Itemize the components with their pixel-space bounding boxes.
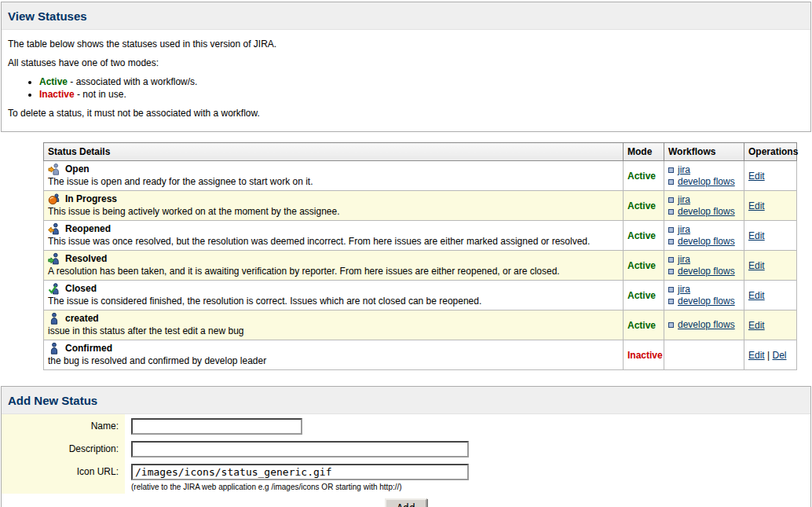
workflow-bullet-icon bbox=[668, 197, 674, 203]
operations-cell: Edit bbox=[744, 281, 797, 310]
operations-cell: Edit bbox=[744, 161, 797, 191]
workflow-bullet-icon bbox=[668, 299, 674, 304]
status-row-created: createdissue in this status after the te… bbox=[44, 310, 797, 340]
edit-link[interactable]: Edit bbox=[748, 230, 765, 241]
description-input[interactable] bbox=[131, 441, 469, 457]
status-mode-active: Active bbox=[624, 310, 664, 340]
edit-link[interactable]: Edit bbox=[748, 350, 765, 361]
workflow-link-jira[interactable]: jira bbox=[678, 284, 690, 295]
operations-cell: Edit bbox=[744, 221, 797, 251]
del-link[interactable]: Del bbox=[772, 350, 786, 361]
workflow-bullet-icon bbox=[668, 322, 674, 328]
workflow-link-develop-flows[interactable]: develop flows bbox=[678, 319, 735, 330]
workflow-bullet-icon bbox=[668, 239, 674, 244]
status-name: Closed bbox=[65, 283, 97, 294]
icon-url-form-row: Icon URL: (relative to the JIRA web appl… bbox=[2, 460, 810, 494]
workflow-bullet-icon bbox=[668, 179, 674, 185]
name-label: Name: bbox=[2, 414, 125, 437]
icon-url-label: Icon URL: bbox=[2, 460, 125, 494]
status-description: This issue was once resolved, but the re… bbox=[48, 236, 619, 247]
workflow-link-jira[interactable]: jira bbox=[678, 164, 690, 175]
col-header-operations: Operations bbox=[744, 143, 797, 161]
add-new-status-section: Add New Status Name: Description: Icon U… bbox=[1, 386, 811, 507]
workflows-cell: develop flows bbox=[664, 310, 744, 340]
status-mode-active: Active bbox=[624, 191, 664, 221]
status-row-reopened: ReopenedThis issue was once resolved, bu… bbox=[44, 221, 797, 251]
closed-status-icon bbox=[48, 282, 60, 295]
status-description: the bug is resolved and confirmed by dev… bbox=[48, 355, 619, 366]
workflow-link-jira[interactable]: jira bbox=[678, 194, 690, 205]
status-mode-inactive: Inactive bbox=[624, 340, 664, 370]
modes-text: All statuses have one of two modes: bbox=[8, 57, 804, 68]
add-status-form: Name: Description: Icon URL: (relative t… bbox=[2, 414, 810, 507]
status-row-resolved: ResolvedA resolution has been taken, and… bbox=[44, 251, 797, 281]
add-form-title: Add New Status bbox=[2, 387, 810, 414]
workflows-cell: jiradevelop flows bbox=[664, 191, 744, 221]
resolved-status-icon bbox=[48, 252, 60, 265]
status-description: The issue is open and ready for the assi… bbox=[48, 176, 619, 187]
view-statuses-intro: The table below shows the statuses used … bbox=[2, 30, 810, 131]
mode-list-item-active: Active - associated with a workflow/s. bbox=[39, 76, 804, 87]
active-term: Active bbox=[39, 76, 68, 87]
status-mode-active: Active bbox=[624, 251, 664, 281]
inactive-term: Inactive bbox=[39, 89, 75, 100]
status-mode-active: Active bbox=[624, 161, 664, 191]
view-statuses-section: View Statuses The table below shows the … bbox=[1, 2, 811, 132]
modes-list: Active - associated with a workflow/s. I… bbox=[25, 76, 804, 100]
workflow-link-develop-flows[interactable]: develop flows bbox=[678, 176, 735, 187]
status-name: Resolved bbox=[65, 253, 107, 264]
workflow-link-develop-flows[interactable]: develop flows bbox=[678, 206, 735, 217]
intro-text: The table below shows the statuses used … bbox=[8, 39, 804, 50]
generic-status-icon bbox=[48, 342, 60, 355]
mode-list-item-inactive: Inactive - not in use. bbox=[39, 89, 804, 100]
workflow-link-develop-flows[interactable]: develop flows bbox=[678, 236, 735, 247]
col-header-mode: Mode bbox=[624, 143, 664, 161]
status-description: This issue is being actively worked on a… bbox=[48, 206, 619, 217]
workflow-link-develop-flows[interactable]: develop flows bbox=[678, 296, 735, 307]
status-description: issue in this status after the test edit… bbox=[48, 325, 619, 336]
operations-cell: Edit bbox=[744, 251, 797, 281]
workflows-cell: jiradevelop flows bbox=[664, 251, 744, 281]
reopened-status-icon bbox=[48, 222, 60, 235]
workflows-cell: jiradevelop flows bbox=[664, 161, 744, 191]
workflow-bullet-icon bbox=[668, 269, 674, 274]
workflow-bullet-icon bbox=[668, 209, 674, 215]
operations-cell: Edit bbox=[744, 310, 797, 340]
status-details-cell: In ProgressThis issue is being actively … bbox=[44, 191, 624, 221]
status-mode-active: Active bbox=[624, 281, 664, 310]
status-details-cell: OpenThe issue is open and ready for the … bbox=[44, 161, 624, 191]
col-header-status-details: Status Details bbox=[44, 143, 624, 161]
operations-cell: Edit bbox=[744, 191, 797, 221]
workflow-link-jira[interactable]: jira bbox=[678, 224, 690, 235]
edit-link[interactable]: Edit bbox=[748, 320, 765, 331]
workflow-bullet-icon bbox=[668, 227, 674, 233]
status-name: Reopened bbox=[65, 223, 111, 234]
open-status-icon bbox=[48, 163, 60, 175]
description-form-row: Description: bbox=[2, 437, 810, 460]
edit-link[interactable]: Edit bbox=[748, 200, 765, 211]
icon-url-input[interactable] bbox=[131, 464, 469, 480]
inactive-term-text: - not in use. bbox=[75, 89, 126, 100]
status-name: In Progress bbox=[65, 193, 117, 204]
status-name: created bbox=[65, 313, 99, 324]
status-details-cell: createdissue in this status after the te… bbox=[44, 310, 624, 340]
status-row-open: OpenThe issue is open and ready for the … bbox=[44, 161, 797, 191]
delete-note: To delete a status, it must not be assoc… bbox=[8, 108, 804, 119]
workflows-cell: jiradevelop flows bbox=[664, 281, 744, 310]
status-name: Confirmed bbox=[65, 343, 112, 354]
add-button[interactable]: Add bbox=[385, 498, 426, 507]
name-input[interactable] bbox=[131, 418, 302, 435]
status-details-cell: ClosedThe issue is considered finished, … bbox=[44, 281, 624, 310]
workflow-bullet-icon bbox=[668, 287, 674, 292]
status-details-cell: ResolvedA resolution has been taken, and… bbox=[44, 251, 624, 281]
workflows-cell bbox=[664, 340, 744, 370]
edit-link[interactable]: Edit bbox=[748, 260, 765, 271]
edit-link[interactable]: Edit bbox=[748, 171, 765, 182]
status-description: A resolution has been taken, and it is a… bbox=[48, 266, 619, 277]
generic-status-icon bbox=[48, 312, 60, 325]
table-header-row: Status Details Mode Workflows Operations bbox=[44, 143, 797, 161]
edit-link[interactable]: Edit bbox=[748, 290, 765, 301]
workflow-link-develop-flows[interactable]: develop flows bbox=[678, 266, 735, 277]
status-details-cell: Confirmedthe bug is resolved and confirm… bbox=[44, 340, 624, 370]
workflow-link-jira[interactable]: jira bbox=[678, 254, 690, 265]
